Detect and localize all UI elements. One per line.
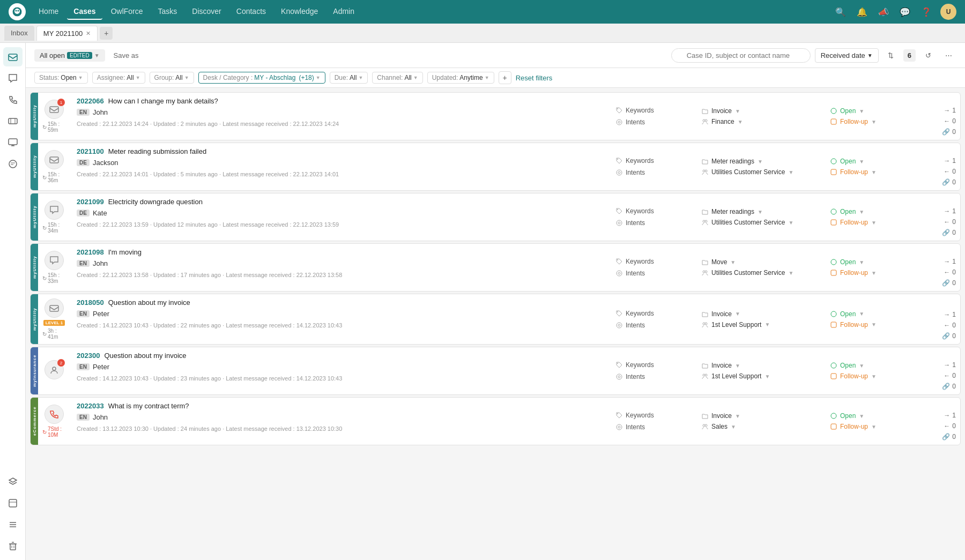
due-filter[interactable]: Due: All ▼ [330,72,368,84]
group-filter[interactable]: Group: All ▼ [150,72,194,84]
tab-inbox[interactable]: Inbox [4,26,34,41]
sidebar-item-layers[interactable] [3,472,23,491]
nav-item-contacts[interactable]: Contacts [230,4,272,20]
status-dropdown-icon[interactable]: ▼ [859,311,864,317]
status-dropdown-icon[interactable]: ▼ [859,259,864,265]
status-dropdown-icon[interactable]: ▼ [859,209,864,215]
sidebar-item-list[interactable] [3,515,23,534]
table-row[interactable]: myUtility LEVEL 1 ↻ 3h : 41m 2018050 Que… [30,294,961,345]
followup-dropdown-icon[interactable]: ▼ [871,424,877,430]
sort-button[interactable]: Received date ▼ [815,48,879,63]
team-dropdown-icon[interactable]: ▼ [738,119,743,125]
table-row[interactable]: myUtility ↻ 15h : 34m 2021099 Electricit… [30,193,961,241]
intents-tag[interactable]: Intents [616,373,693,380]
category-prop[interactable]: Move ▼ [702,258,822,266]
category-prop[interactable]: Invoice ▼ [702,107,822,115]
channel-filter[interactable]: Channel: All ▼ [372,72,422,84]
intents-tag[interactable]: Intents [616,322,693,329]
sidebar-item-tickets[interactable] [3,111,23,131]
reset-filters-button[interactable]: Reset filters [516,74,553,82]
team-prop[interactable]: Utilities Customer Service ▼ [702,168,822,176]
add-tab-button[interactable]: + [100,27,113,40]
category-dropdown-icon[interactable]: ▼ [735,311,740,317]
table-row[interactable]: myUtility 1 ↻ 15h : 59m 2022066 How can … [30,92,961,140]
search-icon[interactable]: 🔍 [833,4,848,19]
app-logo[interactable] [9,3,26,20]
team-dropdown-icon[interactable]: ▼ [788,220,793,226]
nav-item-knowledge[interactable]: Knowledge [274,4,324,20]
team-prop[interactable]: 1st Level Support ▼ [702,372,822,380]
followup-dropdown-icon[interactable]: ▼ [871,322,877,327]
help-icon[interactable]: ❓ [919,4,934,19]
filter-chevron-icon[interactable]: ▼ [94,53,100,58]
followup-status-row[interactable]: Follow-up ▼ [830,423,902,430]
team-dropdown-icon[interactable]: ▼ [764,374,770,379]
status-dropdown-icon[interactable]: ▼ [859,413,864,419]
case-id[interactable]: 2018050 [77,298,104,307]
case-search-input[interactable] [671,48,811,63]
team-prop[interactable]: 1st Level Support ▼ [702,321,822,328]
messages-icon[interactable]: 💬 [897,4,912,19]
refresh-button[interactable]: ↺ [920,47,936,63]
nav-item-discover[interactable]: Discover [185,4,227,20]
followup-dropdown-icon[interactable]: ▼ [871,270,877,276]
keywords-tag[interactable]: Keywords [616,361,693,369]
keywords-tag[interactable]: Keywords [616,157,693,165]
nav-item-home[interactable]: Home [32,4,65,20]
keywords-tag[interactable]: Keywords [616,412,693,419]
more-options-button[interactable]: ⋯ [940,47,956,63]
category-prop[interactable]: Invoice ▼ [702,412,822,420]
keywords-tag[interactable]: Keywords [616,258,693,265]
followup-dropdown-icon[interactable]: ▼ [871,169,877,175]
followup-dropdown-icon[interactable]: ▼ [871,220,877,226]
open-status-row[interactable]: Open ▼ [830,310,902,318]
followup-status-row[interactable]: Follow-up ▼ [830,321,902,328]
status-dropdown-icon[interactable]: ▼ [859,108,864,114]
sidebar-item-chat[interactable] [3,69,23,88]
sidebar-item-trash[interactable] [3,536,23,556]
nav-item-cases[interactable]: Cases [67,4,102,20]
table-row[interactable]: myUtility ↻ 15h : 36m 2021100 Meter read… [30,143,961,191]
keywords-tag[interactable]: Keywords [616,107,693,114]
open-status-row[interactable]: Open ▼ [830,158,902,165]
team-dropdown-icon[interactable]: ▼ [731,424,736,430]
followup-status-row[interactable]: Follow-up ▼ [830,118,902,125]
team-dropdown-icon[interactable]: ▼ [788,270,793,276]
category-dropdown-icon[interactable]: ▼ [758,209,763,215]
tab-my2021100[interactable]: MY 2021100 ✕ [36,26,98,41]
intents-tag[interactable]: Intents [616,219,693,227]
table-row[interactable]: eCommerce ↻ 7Std : 10M 2022033 What is m… [30,397,961,445]
megaphone-icon[interactable]: 📣 [876,4,891,19]
sort-order-toggle[interactable]: ⇅ [883,47,899,63]
category-dropdown-icon[interactable]: ▼ [735,363,740,369]
intents-tag[interactable]: Intents [616,118,693,126]
assignee-filter[interactable]: Assignee: All ▼ [92,72,145,84]
category-prop[interactable]: Meter readings ▼ [702,208,822,215]
case-id[interactable]: 2022066 [77,97,104,105]
category-dropdown-icon[interactable]: ▼ [735,108,740,114]
open-status-row[interactable]: Open ▼ [830,208,902,215]
sidebar-item-inbox[interactable] [3,47,23,66]
intents-tag[interactable]: Intents [616,423,693,431]
tab-close-icon[interactable]: ✕ [86,30,91,37]
filter-label-btn[interactable]: All open EDITED ▼ [34,49,105,62]
category-prop[interactable]: Invoice ▼ [702,362,822,369]
team-prop[interactable]: Utilities Customer Service ▼ [702,219,822,226]
updated-filter[interactable]: Updated: Anytime ▼ [427,72,494,84]
team-prop[interactable]: Finance ▼ [702,118,822,125]
status-dropdown-icon[interactable]: ▼ [859,363,864,369]
notifications-icon[interactable]: 🔔 [855,4,870,19]
open-status-row[interactable]: Open ▼ [830,412,902,420]
nav-item-owlforce[interactable]: OwlForce [105,4,150,20]
followup-status-row[interactable]: Follow-up ▼ [830,219,902,226]
category-dropdown-icon[interactable]: ▼ [735,413,740,419]
followup-status-row[interactable]: Follow-up ▼ [830,372,902,380]
sidebar-item-message[interactable] [3,154,23,174]
table-row[interactable]: myUtility ↻ 15h : 33m 2021098 I'm moving… [30,243,961,292]
team-prop[interactable]: Sales ▼ [702,423,822,430]
category-dropdown-icon[interactable]: ▼ [730,259,736,265]
intents-tag[interactable]: Intents [616,169,693,176]
sidebar-item-box[interactable] [3,494,23,513]
followup-dropdown-icon[interactable]: ▼ [871,374,877,379]
case-id[interactable]: 2021100 [77,147,104,155]
